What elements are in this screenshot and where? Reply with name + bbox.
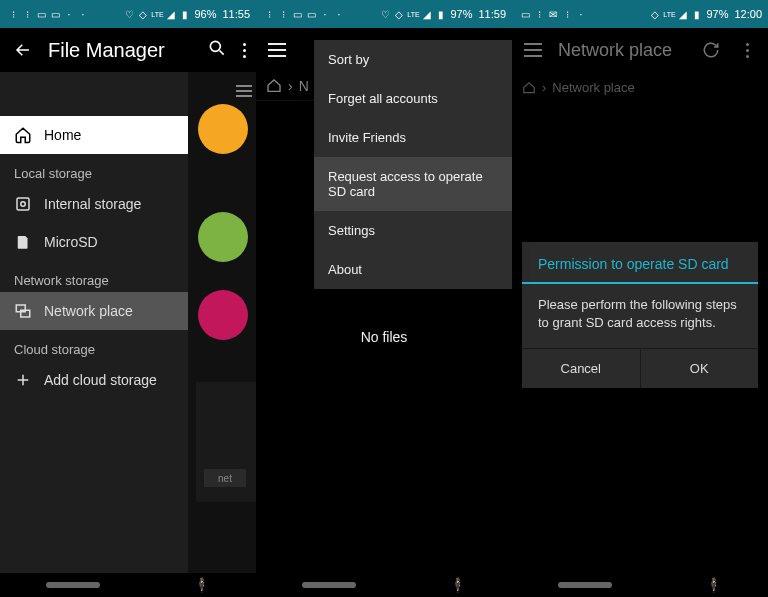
clock: 11:59 [478, 8, 506, 20]
drawer-label: MicroSD [44, 234, 98, 250]
status-bar: ▭ ⁝ ✉ ⁝ · ◇ LTE ◢ ▮ 97% 12:00 [512, 0, 768, 28]
screen-overflow-menu: ⁝ ⁝ ▭ ▭ · · ♡ ◇ LTE ◢ ▮ 97% 11:59 › N No… [256, 0, 512, 597]
clock: 11:55 [222, 8, 250, 20]
notif-icon: ▭ [36, 9, 46, 19]
nav-bar: 🕴 [256, 573, 512, 597]
nav-pill[interactable] [46, 582, 100, 588]
drawer-label: Internal storage [44, 196, 141, 212]
home-icon [522, 81, 536, 95]
wifi-icon: ◇ [650, 9, 660, 19]
crumb-text: Network place [552, 80, 634, 95]
search-icon[interactable] [207, 38, 227, 62]
wifi-icon: ◇ [394, 9, 404, 19]
notif-icon: ✉ [548, 9, 558, 19]
notif-icon: ▭ [50, 9, 60, 19]
menu-request-sd-access[interactable]: Request access to operate SD card [314, 157, 512, 211]
home-icon [266, 78, 282, 94]
battery-icon: ▮ [692, 9, 702, 19]
nav-bar: 🕴 [0, 573, 256, 597]
drawer-item-internal[interactable]: Internal storage [0, 185, 188, 223]
lte-icon: LTE [664, 9, 674, 19]
nav-bar: 🕴 [512, 573, 768, 597]
notif-icon: ⁝ [22, 9, 32, 19]
lte-icon: LTE [408, 9, 418, 19]
menu-icon[interactable] [266, 39, 288, 61]
accessibility-icon[interactable]: 🕴 [705, 577, 722, 593]
notif-icon: ⁝ [264, 9, 274, 19]
menu-about[interactable]: About [314, 250, 512, 289]
chevron-right-icon: › [288, 78, 293, 94]
crumb-text: N [299, 78, 309, 94]
screen-permission-dialog: ▭ ⁝ ✉ ⁝ · ◇ LTE ◢ ▮ 97% 12:00 Network pl… [512, 0, 768, 597]
heart-icon: ♡ [380, 9, 390, 19]
battery-icon: ▮ [180, 9, 190, 19]
refresh-icon[interactable] [700, 39, 722, 61]
chevron-right-icon: › [542, 80, 546, 95]
notif-icon: ⁝ [562, 9, 572, 19]
status-bar: ⁝ ⁝ ▭ ▭ · · ♡ ◇ LTE ◢ ▮ 97% 11:59 [256, 0, 512, 28]
dialog-body: Please perform the following steps to gr… [522, 284, 758, 348]
drawer-item-network-place[interactable]: Network place [0, 292, 188, 330]
drawer-item-add-cloud[interactable]: Add cloud storage [0, 361, 188, 399]
battery-pct: 96% [194, 8, 216, 20]
background-content: net [188, 72, 256, 573]
battery-icon: ▮ [436, 9, 446, 19]
signal-icon: ◢ [166, 9, 176, 19]
battery-pct: 97% [706, 8, 728, 20]
notif-icon: ▭ [306, 9, 316, 19]
status-bar: ⁝ ⁝ ▭ ▭ · · ♡ ◇ LTE ◢ ▮ 96% 11:55 [0, 0, 256, 28]
menu-settings[interactable]: Settings [314, 211, 512, 250]
drawer-item-microsd[interactable]: MicroSD [0, 223, 188, 261]
ok-button[interactable]: OK [640, 349, 759, 388]
wifi-icon: ◇ [138, 9, 148, 19]
notif-icon: ▭ [292, 9, 302, 19]
menu-icon[interactable] [522, 39, 544, 61]
breadcrumb[interactable]: › Network place [512, 72, 768, 103]
menu-forget-accounts[interactable]: Forget all accounts [314, 79, 512, 118]
signal-icon: ◢ [678, 9, 688, 19]
back-icon[interactable] [12, 39, 34, 61]
drawer-label: Network place [44, 303, 133, 319]
appbar: Network place [512, 28, 768, 72]
notif-icon: ▭ [520, 9, 530, 19]
cancel-button[interactable]: Cancel [522, 349, 640, 388]
notif-icon: · [320, 9, 330, 19]
overflow-icon[interactable] [736, 39, 758, 61]
nav-pill[interactable] [558, 582, 612, 588]
clock: 12:00 [734, 8, 762, 20]
drawer-label: Home [44, 127, 81, 143]
drawer-label: Add cloud storage [44, 372, 157, 388]
notif-icon: · [78, 9, 88, 19]
accessibility-icon[interactable]: 🕴 [193, 577, 210, 593]
svg-rect-0 [17, 198, 29, 210]
category-circle-apps [198, 212, 248, 262]
accessibility-icon[interactable]: 🕴 [449, 577, 466, 593]
nav-drawer: File Manager Home Local storage Internal… [0, 28, 188, 573]
category-circle-music [198, 104, 248, 154]
app-title: File Manager [48, 39, 178, 62]
menu-invite-friends[interactable]: Invite Friends [314, 118, 512, 157]
notif-icon: ⁝ [278, 9, 288, 19]
app-title: Network place [558, 40, 686, 61]
notif-icon: · [576, 9, 586, 19]
list-toggle[interactable] [236, 82, 252, 100]
net-chip: net [204, 469, 246, 487]
signal-icon: ◢ [422, 9, 432, 19]
heart-icon: ♡ [124, 9, 134, 19]
notif-icon: ⁝ [8, 9, 18, 19]
dialog-buttons: Cancel OK [522, 348, 758, 388]
overflow-menu: Sort by Forget all accounts Invite Frien… [314, 40, 512, 289]
overflow-icon[interactable] [243, 43, 246, 58]
permission-dialog: Permission to operate SD card Please per… [522, 242, 758, 388]
drawer-item-home[interactable]: Home [0, 116, 188, 154]
drawer-section-cloud: Cloud storage [0, 330, 188, 361]
svg-point-1 [21, 202, 26, 207]
nav-pill[interactable] [302, 582, 356, 588]
notif-icon: ⁝ [534, 9, 544, 19]
dialog-title: Permission to operate SD card [522, 242, 758, 284]
appbar: File Manager [0, 28, 188, 72]
menu-sort-by[interactable]: Sort by [314, 40, 512, 79]
screen-file-manager-drawer: ⁝ ⁝ ▭ ▭ · · ♡ ◇ LTE ◢ ▮ 96% 11:55 net Fi… [0, 0, 256, 597]
drawer-section-network: Network storage [0, 261, 188, 292]
notif-icon: · [334, 9, 344, 19]
